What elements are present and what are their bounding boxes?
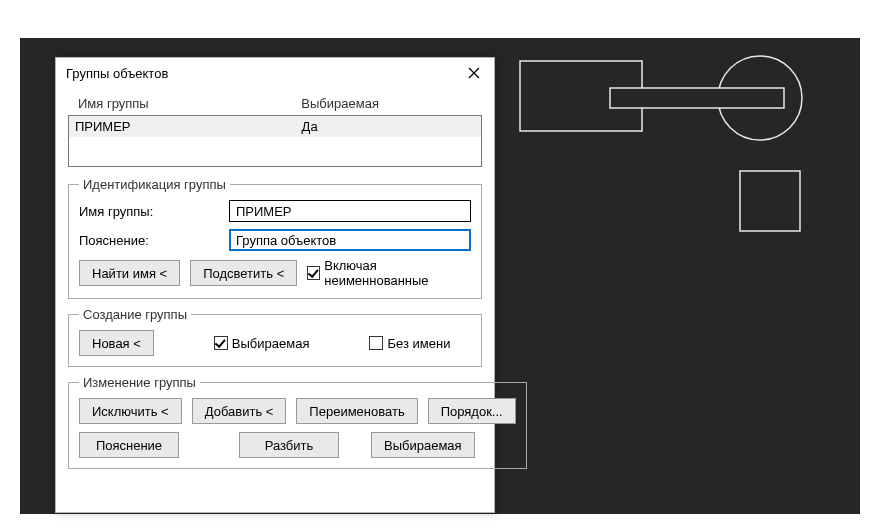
col-header-name: Имя группы (72, 96, 295, 111)
check-icon (307, 266, 320, 280)
selectable-checkbox[interactable]: Выбираемая (214, 336, 310, 351)
creation-legend: Создание группы (79, 307, 191, 322)
exclude-button[interactable]: Исключить < (79, 398, 182, 424)
highlight-button[interactable]: Подсветить < (190, 260, 297, 286)
find-name-button[interactable]: Найти имя < (79, 260, 180, 286)
close-icon (468, 67, 480, 79)
list-cell-selectable: Да (296, 119, 481, 134)
bar-shape[interactable] (610, 88, 784, 108)
modify-legend: Изменение группы (79, 375, 200, 390)
explode-button[interactable]: Разбить (239, 432, 339, 458)
unnamed-checkbox[interactable]: Без имени (369, 336, 450, 351)
close-button[interactable] (454, 58, 494, 88)
group-identification-fieldset: Идентификация группы Имя группы: Пояснен… (68, 177, 482, 299)
add-button[interactable]: Добавить < (192, 398, 287, 424)
description-input[interactable] (229, 229, 471, 251)
rename-button[interactable]: Переименовать (296, 398, 417, 424)
new-group-button[interactable]: Новая < (79, 330, 154, 356)
include-unnamed-label: Включая неименнованные (324, 258, 471, 288)
group-creation-fieldset: Создание группы Новая < Выбираемая Без и… (68, 307, 482, 367)
selectable-button[interactable]: Выбираемая (371, 432, 475, 458)
group-list-header: Имя группы Выбираемая (68, 92, 482, 115)
group-modify-fieldset: Изменение группы Исключить < Добавить < … (68, 375, 527, 469)
check-icon (369, 336, 383, 350)
group-list[interactable]: ПРИМЕР Да (68, 115, 482, 167)
dialog-titlebar[interactable]: Группы объектов (56, 58, 494, 88)
col-header-selectable: Выбираемая (295, 96, 478, 111)
selectable-label: Выбираемая (232, 336, 310, 351)
order-button[interactable]: Порядок... (428, 398, 516, 424)
check-icon (214, 336, 228, 350)
description-button[interactable]: Пояснение (79, 432, 179, 458)
include-unnamed-checkbox[interactable]: Включая неименнованные (307, 258, 471, 288)
label-description: Пояснение: (79, 233, 229, 248)
group-name-input[interactable] (229, 200, 471, 222)
label-group-name: Имя группы: (79, 204, 229, 219)
identification-legend: Идентификация группы (79, 177, 230, 192)
unnamed-label: Без имени (387, 336, 450, 351)
list-item[interactable]: ПРИМЕР Да (69, 116, 481, 137)
dialog-title: Группы объектов (66, 66, 454, 81)
object-groups-dialog: Группы объектов Имя группы Выбираемая ПР… (55, 57, 495, 513)
list-cell-name: ПРИМЕР (69, 119, 296, 134)
square-shape[interactable] (740, 171, 800, 231)
